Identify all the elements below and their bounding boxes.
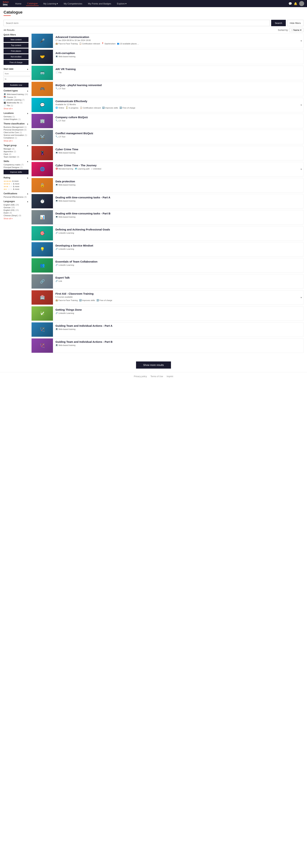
course-card[interactable]: 🥽AR/ VR Training📄File: [31, 66, 303, 80]
course-card[interactable]: 🦹Cyber Crime Time💻Web-based training: [31, 146, 303, 160]
course-expand-button[interactable]: ▾: [301, 168, 302, 170]
search-button[interactable]: Search: [271, 20, 286, 26]
course-card[interactable]: 🎮BizQuiz - playful learning reinvented🔧L…: [31, 82, 303, 96]
footer-imprint[interactable]: Imprint: [167, 375, 173, 378]
languages-show-all-chevron: ▾: [11, 218, 12, 220]
course-card[interactable]: 💡Developing a Service Mindset🔗LinkedIn L…: [31, 242, 303, 257]
course-card[interactable]: 🌐Cyber Crime Time - The Journey🎯Blended …: [31, 162, 303, 177]
course-card[interactable]: 🔒Data protection💻Web-based training: [31, 178, 303, 192]
free-places-button[interactable]: Free places: [4, 49, 29, 54]
available-now-button[interactable]: Available now: [4, 83, 29, 87]
course-card[interactable]: 👥Essentials of Team Collaboration🔗Linked…: [31, 258, 303, 273]
course-card[interactable]: 🎤Advanced Communication17 Jan 2024 08:00…: [31, 33, 303, 48]
skills-header[interactable]: Skills ▲: [4, 160, 29, 162]
notification-icon[interactable]: 🔔: [294, 2, 297, 5]
locations-header[interactable]: Locations ▲: [4, 112, 29, 115]
course-expand-button[interactable]: ▾: [301, 296, 302, 299]
user-avatar[interactable]: [299, 1, 304, 6]
course-card[interactable]: ✅Getting Things Done🔗LinkedIn Learning: [31, 306, 303, 321]
theme-classification-header[interactable]: Theme classification ▲: [4, 122, 29, 125]
course-thumbnail: 🌐: [32, 162, 53, 176]
chat-icon[interactable]: 💬: [288, 2, 292, 5]
course-expand-button[interactable]: ▾: [301, 39, 302, 42]
filter-apprentice[interactable]: Apprentice (2): [4, 150, 29, 153]
filter-german[interactable]: German (20): [4, 207, 29, 209]
filter-english-gb[interactable]: English (GB) (29): [4, 204, 29, 206]
course-card[interactable]: 💬Communicate EffectivelyAvailable for 12…: [31, 98, 303, 112]
tag-label: LTI Tool: [59, 88, 65, 90]
course-card[interactable]: 📊Dealing with time-consuming tasks - Par…: [31, 210, 303, 224]
not-enrolled-button[interactable]: Not enrolled: [4, 54, 29, 59]
nav-my-learning[interactable]: My Learning ▾: [42, 2, 59, 6]
footer-terms-of-use[interactable]: Terms of Use: [151, 375, 163, 378]
logo[interactable]: Scheer imc: [3, 1, 9, 6]
course-card[interactable]: ⚔️Conflict management BizQuiz🔧LTI Tool: [31, 130, 303, 144]
show-more-button[interactable]: Show more results: [136, 362, 171, 369]
filter-germany[interactable]: Germany (1): [4, 116, 29, 118]
course-card[interactable]: 🔗Expert Talk🔗Link: [31, 274, 303, 289]
content-types-header[interactable]: Content types ▲: [4, 90, 29, 92]
filter-uk[interactable]: United Kingdom (1): [4, 118, 29, 120]
filter-compliance[interactable]: Compliance (1): [4, 137, 29, 139]
rating-header[interactable]: Rating ▲: [4, 177, 29, 179]
filter-personal-effectiveness[interactable]: Personal Effectiveness (4): [4, 196, 29, 198]
languages-show-all[interactable]: Show all: [4, 217, 11, 220]
course-card[interactable]: 🤝Anti-corruption💻Web-based training: [31, 50, 303, 64]
improve-skills-button[interactable]: Improve skills: [4, 170, 29, 174]
filter-rating-2[interactable]: ★★★★★ & more: [4, 188, 29, 190]
date-from-input[interactable]: [4, 71, 31, 76]
course-card[interactable]: 🏹Guiding Team and Individual Actions - P…: [31, 322, 303, 337]
filter-linkedin[interactable]: in LinkedIn Learning (7): [4, 99, 29, 101]
filter-team-member[interactable]: Team member (4): [4, 156, 29, 158]
content-types-show-all[interactable]: Show all: [4, 107, 11, 110]
tag-icon: 🔗: [56, 280, 58, 282]
filter-client-at-core[interactable]: Client at the Core (1): [4, 131, 29, 133]
filter-rating-3[interactable]: ★★★★★ & more: [4, 185, 29, 187]
course-card[interactable]: 🏹Guiding Team and Individual Actions - P…: [31, 338, 303, 353]
nav-catalogue[interactable]: Catalogue: [26, 1, 39, 6]
filter-dutch[interactable]: Dutch (9): [4, 212, 29, 214]
certifications-header[interactable]: Certifications ▲: [4, 192, 29, 195]
filter-rating-4[interactable]: ★★★★★ & more: [4, 183, 29, 185]
stars-3-empty: ★★: [9, 186, 12, 187]
nav-home[interactable]: Home: [14, 2, 23, 6]
course-card[interactable]: 🏢Company culture BizQuiz🔧LTI Tool: [31, 114, 303, 128]
course-card[interactable]: 🎯Defining and Achieving Professional Goa…: [31, 226, 303, 241]
free-of-charge-button[interactable]: Free of charge: [4, 60, 29, 65]
filter-file[interactable]: 📄 File (1): [4, 104, 29, 106]
filter-science-innovation[interactable]: Science and Innovation (1): [4, 134, 29, 136]
filter-manager[interactable]: Manager (4): [4, 148, 29, 150]
filter-english-us[interactable]: English (US) (15): [4, 209, 29, 211]
hide-filters-button[interactable]: Hide filters: [287, 20, 303, 26]
nav-my-competencies[interactable]: My Competencies: [63, 2, 84, 6]
top-content-button[interactable]: Top content: [4, 43, 29, 48]
course-thumbnail: 🎤: [32, 34, 53, 48]
filter-clerk[interactable]: Clerk (2): [4, 153, 29, 155]
filter-course[interactable]: 📚 Course (9): [4, 96, 29, 98]
course-card[interactable]: 🏥First Aid - Classroom Training5 Courses…: [31, 290, 303, 305]
target-group-header[interactable]: Target group ▲: [4, 144, 29, 147]
filter-personal-development[interactable]: Personal Development (6): [4, 129, 29, 131]
course-title: Getting Things Done: [56, 308, 301, 311]
filter-competency-matrix[interactable]: Competency matrix (7): [4, 164, 29, 166]
date-to-input[interactable]: [4, 76, 31, 81]
course-expand-button[interactable]: ▾: [301, 103, 302, 106]
filter-principal-designer[interactable]: Principal Designer (1): [4, 166, 29, 168]
search-input[interactable]: [4, 20, 270, 26]
footer-privacy-policy[interactable]: Privacy policy: [134, 375, 147, 378]
filter-web-based[interactable]: 💻 Web-based training (16): [4, 93, 29, 95]
filter-business-management[interactable]: Business Management (1): [4, 126, 29, 128]
tag-label: LinkedIn Learning: [59, 264, 74, 266]
languages-header[interactable]: Languages ▲: [4, 200, 29, 203]
filter-multimedia[interactable]: 🎬 Multimedia file (5): [4, 101, 29, 104]
start-date-header[interactable]: Start date ▲: [4, 68, 29, 70]
nav-explore[interactable]: Explore ▾: [116, 2, 128, 6]
filter-chinese[interactable]: Chinese (Simpl.) (9): [4, 214, 29, 217]
tag-label: Web-based training: [59, 328, 75, 330]
new-content-button[interactable]: New content: [4, 37, 29, 42]
sort-button[interactable]: ↑ Name ▾: [289, 28, 303, 32]
filter-rating-5[interactable]: ★★★★★ & more: [4, 180, 29, 182]
nav-points-badges[interactable]: My Points and Badges: [87, 2, 112, 6]
course-card[interactable]: ⏱️Dealing with time-consuming tasks - Pa…: [31, 194, 303, 209]
theme-show-all[interactable]: Show all: [4, 140, 11, 142]
